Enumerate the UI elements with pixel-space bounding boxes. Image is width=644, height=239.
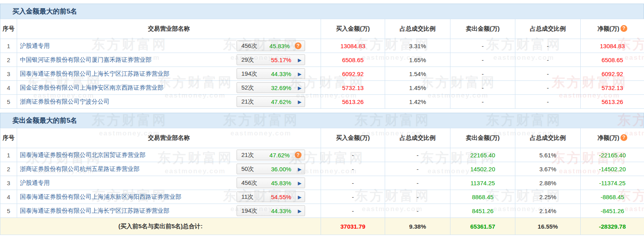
badge-indicator-icon[interactable]: ▶ — [298, 71, 301, 76]
net-amount: -8868.45 — [581, 190, 644, 204]
branch-link[interactable]: 中国银河证券股份有限公司厦门嘉禾路证券营业部 — [20, 56, 151, 63]
buy-amount: - — [321, 190, 385, 204]
buy-pct: - — [385, 176, 450, 190]
table-row: 5 国泰海通证券股份有限公司上海长宁区江苏路证券营业部 194次 44.33% … — [0, 204, 644, 218]
buy-section-title: 买入金额最大的前5名 — [12, 7, 77, 16]
buy-amount: - — [321, 204, 385, 218]
buy-pct: 3.31% — [385, 39, 450, 53]
help-icon[interactable]: ? — [621, 134, 627, 141]
branch-cell: 国泰海通证券股份有限公司上海长宁区江苏路证券营业部 194次 44.33% ▶ — [17, 67, 321, 81]
row-seq: 5 — [0, 95, 17, 109]
net-amount: -11374.25 — [581, 176, 644, 190]
buy-amount: 13084.83 — [321, 39, 385, 53]
badge-indicator-icon[interactable]: ? — [295, 152, 301, 159]
branch-cell: 国泰海通证券股份有限公司上海浦东新区海阳西路证券营业部 11次 54.55% ▶ — [17, 190, 321, 204]
help-icon[interactable]: ? — [621, 25, 627, 32]
buy-amount: - — [321, 162, 385, 176]
sell-pct: - — [515, 67, 581, 81]
badge-count: 456次 — [241, 42, 264, 50]
sell-pct: 5.61% — [515, 148, 581, 162]
badge-indicator-icon[interactable]: ▶ — [298, 180, 301, 186]
rank-badge[interactable]: 21次 47.62% ? — [237, 150, 305, 161]
rank-badge[interactable]: 194次 44.33% ▶ — [237, 69, 305, 79]
badge-rate: 36.00% — [264, 166, 298, 172]
buy-section-header: 买入金额最大的前5名 — [0, 4, 644, 19]
row-seq: 3 — [0, 67, 17, 81]
branch-link[interactable]: 国泰海通证券股份有限公司上海长宁区江苏路证券营业部 — [20, 70, 169, 77]
rank-badge[interactable]: 11次 54.55% ▶ — [237, 192, 305, 202]
badge-rate: 54.55% — [264, 194, 298, 200]
table-row: 4 国金证券股份有限公司上海静安区南京西路证券营业部 52次 32.69% ▶ … — [0, 81, 644, 95]
total-sell-pct: 16.55% — [515, 218, 581, 235]
rank-badge[interactable]: 194次 44.33% ▶ — [237, 206, 305, 216]
net-amount: -8451.26 — [581, 204, 644, 218]
branch-link[interactable]: 国泰海通证券股份有限公司上海浦东新区海阳西路证券营业部 — [20, 193, 181, 200]
table-row: 5 浙商证券股份有限公司宁波分公司 21次 47.62% ▶ 5613.26 1… — [0, 95, 644, 109]
total-sell-amount: 65361.57 — [450, 218, 515, 235]
col-buy-amount: 买入金额(万) — [321, 128, 385, 148]
branch-cell: 沪股通专用 456次 45.83% ▶ — [17, 176, 321, 190]
col-branch-name: 交易营业部名称 — [17, 19, 321, 39]
rank-badge[interactable]: 456次 45.83% ? — [237, 41, 305, 51]
rank-badge[interactable]: 21次 47.62% ▶ — [237, 96, 305, 107]
badge-count: 50次 — [241, 165, 264, 173]
table-row: 2 中国银河证券股份有限公司厦门嘉禾路证券营业部 29次 55.17% ▶ 65… — [0, 53, 644, 67]
row-seq: 2 — [0, 162, 17, 176]
net-amount: -22165.40 — [581, 148, 644, 162]
badge-rate: 45.83% — [264, 180, 298, 186]
badge-count: 11次 — [241, 193, 264, 201]
branch-cell: 国泰海通证券股份有限公司北京国贸证券营业部 21次 47.62% ? — [17, 148, 321, 162]
col-buy-pct: 占总成交比例 — [385, 19, 450, 39]
rank-badge[interactable]: 456次 45.83% ▶ — [237, 178, 305, 188]
badge-rate: 55.17% — [264, 57, 298, 63]
badge-indicator-icon[interactable]: ▶ — [298, 57, 301, 63]
rank-badge[interactable]: 50次 36.00% ▶ — [237, 164, 305, 174]
badge-count: 194次 — [241, 70, 264, 78]
sell-pct: 2.25% — [515, 190, 581, 204]
sell-section-header: 卖出金额最大的前5名 — [0, 113, 644, 128]
badge-count: 52次 — [241, 84, 264, 92]
buy-pct: 1.54% — [385, 67, 450, 81]
rank-badge[interactable]: 29次 55.17% ▶ — [237, 55, 305, 65]
buy-pct: - — [385, 190, 450, 204]
row-seq: 3 — [0, 176, 17, 190]
sell-amount: - — [450, 39, 515, 53]
branch-link[interactable]: 国泰海通证券股份有限公司北京国贸证券营业部 — [20, 151, 145, 158]
rank-badge[interactable]: 52次 32.69% ▶ — [237, 82, 305, 93]
branch-link[interactable]: 国金证券股份有限公司上海静安区南京西路证券营业部 — [20, 84, 163, 91]
net-header-label: 净额(万) — [597, 134, 619, 141]
table-row: 4 国泰海通证券股份有限公司上海浦东新区海阳西路证券营业部 11次 54.55%… — [0, 190, 644, 204]
sell-amount: - — [450, 67, 515, 81]
branch-link[interactable]: 国泰海通证券股份有限公司上海长宁区江苏路证券营业部 — [20, 207, 169, 214]
sell-pct: 2.14% — [515, 204, 581, 218]
sell-amount: 22165.40 — [450, 148, 515, 162]
badge-indicator-icon[interactable]: ▶ — [298, 99, 301, 104]
branch-cell: 浙商证券股份有限公司宁波分公司 21次 47.62% ▶ — [17, 95, 321, 109]
badge-rate: 44.33% — [264, 71, 298, 77]
branch-link[interactable]: 浙商证券股份有限公司杭州五星路证券营业部 — [20, 165, 139, 172]
net-amount: 6092.92 — [581, 67, 644, 81]
col-seq: 序号 — [0, 128, 17, 148]
badge-indicator-icon[interactable]: ? — [295, 43, 301, 49]
table-row: 1 沪股通专用 456次 45.83% ? 13084.83 3.31% - -… — [0, 39, 644, 53]
badge-indicator-icon[interactable]: ▶ — [298, 85, 301, 90]
col-sell-pct: 占总成交比例 — [515, 128, 581, 148]
badge-indicator-icon[interactable]: ▶ — [298, 208, 301, 214]
row-seq: 1 — [0, 148, 17, 162]
branch-link[interactable]: 沪股通专用 — [20, 179, 50, 186]
badge-indicator-icon[interactable]: ▶ — [298, 166, 301, 172]
row-seq: 1 — [0, 39, 17, 53]
badge-count: 21次 — [241, 151, 264, 159]
table-row: 3 沪股通专用 456次 45.83% ▶ - - 11374.25 2.88%… — [0, 176, 644, 190]
col-buy-amount: 买入金额(万) — [321, 19, 385, 39]
buy-pct: 1.65% — [385, 53, 450, 67]
col-branch-name: 交易营业部名称 — [17, 128, 321, 148]
sell-pct: 2.88% — [515, 176, 581, 190]
net-amount: 5732.13 — [581, 81, 644, 95]
badge-rate: 32.69% — [264, 84, 298, 91]
badge-indicator-icon[interactable]: ▶ — [298, 194, 301, 200]
branch-link[interactable]: 沪股通专用 — [20, 42, 50, 49]
branch-link[interactable]: 浙商证券股份有限公司宁波分公司 — [20, 98, 110, 105]
sell-section-title: 卖出金额最大的前5名 — [12, 116, 77, 125]
sell-table-header-row: 序号 交易营业部名称 买入金额(万) 占总成交比例 卖出金额(万) 占总成交比例… — [0, 128, 644, 148]
